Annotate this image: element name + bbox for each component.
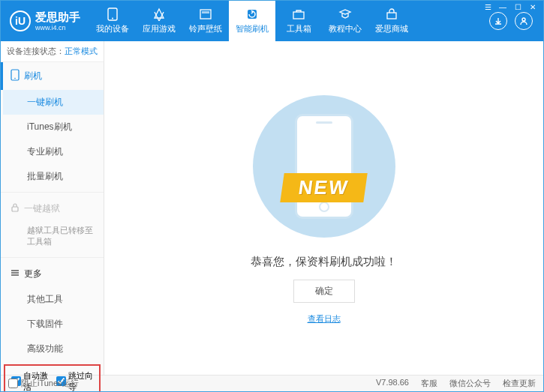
toolbox-icon — [291, 7, 306, 21]
sidebar-item-batch[interactable]: 批量刷机 — [3, 164, 104, 189]
footer-link-wechat[interactable]: 微信公众号 — [449, 378, 491, 389]
footer-link-update[interactable]: 检查更新 — [503, 378, 536, 389]
success-message: 恭喜您，保资料刷机成功啦！ — [251, 255, 397, 269]
footer-link-support[interactable]: 客服 — [421, 378, 437, 389]
status-label: 设备连接状态： — [7, 46, 65, 55]
section-label: 更多 — [24, 268, 42, 280]
lock-icon — [11, 202, 20, 215]
download-button[interactable] — [489, 12, 507, 30]
tab-label: 我的设备 — [96, 23, 129, 34]
nav-tabs: 我的设备 应用游戏 铃声壁纸 智能刷机 工具箱 — [89, 1, 479, 41]
section-label: 一键越狱 — [24, 202, 60, 215]
logo-area: iU 爱思助手 www.i4.cn — [1, 1, 89, 41]
tab-store[interactable]: 爱思商城 — [368, 1, 415, 41]
content-area: NEW 恭喜您，保资料刷机成功啦！ 确定 查看日志 — [104, 41, 543, 375]
tab-label: 智能刷机 — [236, 23, 269, 34]
tab-ringtones[interactable]: 铃声壁纸 — [182, 1, 229, 41]
tab-label: 铃声壁纸 — [189, 23, 222, 34]
svg-rect-2 — [200, 10, 211, 19]
sidebar-item-firmware[interactable]: 下载固件 — [3, 312, 104, 337]
store-icon — [384, 7, 399, 21]
tutorial-icon — [338, 7, 353, 21]
section-label: 刷机 — [24, 70, 42, 82]
tab-label: 教程中心 — [329, 23, 362, 34]
tab-toolbox[interactable]: 工具箱 — [275, 1, 322, 41]
svg-rect-5 — [293, 12, 304, 19]
user-button[interactable] — [515, 12, 533, 30]
logo-icon: iU — [10, 10, 31, 31]
success-illustration: NEW — [234, 91, 414, 241]
phone-icon — [11, 69, 20, 83]
ok-button[interactable]: 确定 — [293, 280, 355, 303]
checkbox[interactable] — [8, 379, 18, 388]
new-banner: NEW — [280, 173, 367, 202]
tab-tutorials[interactable]: 教程中心 — [322, 1, 368, 41]
sidebar-item-oneclick[interactable]: 一键刷机 — [3, 90, 104, 115]
sidebar: 设备连接状态：正常模式 刷机 一键刷机 iTunes刷机 专业刷机 批量刷机 一… — [1, 41, 104, 375]
menu-icon — [11, 268, 20, 280]
wallpaper-icon — [198, 7, 213, 21]
tab-smart-flash[interactable]: 智能刷机 — [229, 1, 275, 41]
sidebar-header-more[interactable]: 更多 — [3, 261, 104, 287]
svg-rect-6 — [387, 13, 396, 19]
divider — [1, 257, 104, 258]
sidebar-item-itunes[interactable]: iTunes刷机 — [3, 115, 104, 139]
sidebar-item-advanced[interactable]: 高级功能 — [3, 337, 104, 361]
tab-label: 应用游戏 — [143, 23, 176, 34]
phone-icon — [105, 7, 120, 21]
menu-button[interactable]: ☰ — [481, 1, 494, 12]
phone-graphic — [295, 114, 353, 219]
block-label: 阻止iTunes运行 — [21, 378, 79, 389]
sidebar-header-flash[interactable]: 刷机 — [1, 62, 104, 90]
maximize-button[interactable]: ☐ — [511, 1, 524, 12]
close-button[interactable]: ✕ — [526, 1, 539, 12]
sidebar-item-other[interactable]: 其他工具 — [3, 287, 104, 312]
svg-point-7 — [522, 18, 525, 21]
titlebar: ☰ — ☐ ✕ iU 爱思助手 www.i4.cn 我的设备 应用游戏 铃声 — [1, 1, 543, 41]
svg-point-1 — [112, 18, 113, 19]
device-status: 设备连接状态：正常模式 — [1, 41, 104, 62]
sidebar-item-pro[interactable]: 专业刷机 — [3, 139, 104, 164]
view-log-link[interactable]: 查看日志 — [308, 313, 341, 325]
jailbreak-note: 越狱工具已转移至工具箱 — [3, 222, 104, 254]
window-controls: ☰ — ☐ ✕ — [481, 1, 539, 12]
status-value: 正常模式 — [65, 46, 98, 55]
tab-label: 工具箱 — [287, 23, 311, 34]
version-label: V7.98.66 — [376, 378, 409, 389]
apps-icon — [152, 7, 167, 21]
app-url: www.i4.cn — [35, 24, 80, 32]
minimize-button[interactable]: — — [496, 1, 509, 12]
svg-point-9 — [14, 78, 16, 79]
main: 设备连接状态：正常模式 刷机 一键刷机 iTunes刷机 专业刷机 批量刷机 一… — [1, 41, 543, 375]
svg-rect-10 — [12, 207, 18, 211]
tab-my-devices[interactable]: 我的设备 — [89, 1, 136, 41]
svg-rect-3 — [202, 11, 209, 13]
block-itunes-check[interactable]: 阻止iTunes运行 — [8, 378, 79, 389]
sidebar-header-jailbreak[interactable]: 一键越狱 — [3, 196, 104, 222]
flash-icon — [245, 7, 260, 21]
divider — [1, 192, 104, 193]
tab-label: 爱思商城 — [375, 23, 408, 34]
app-title: 爱思助手 — [35, 10, 80, 24]
tab-apps-games[interactable]: 应用游戏 — [136, 1, 182, 41]
